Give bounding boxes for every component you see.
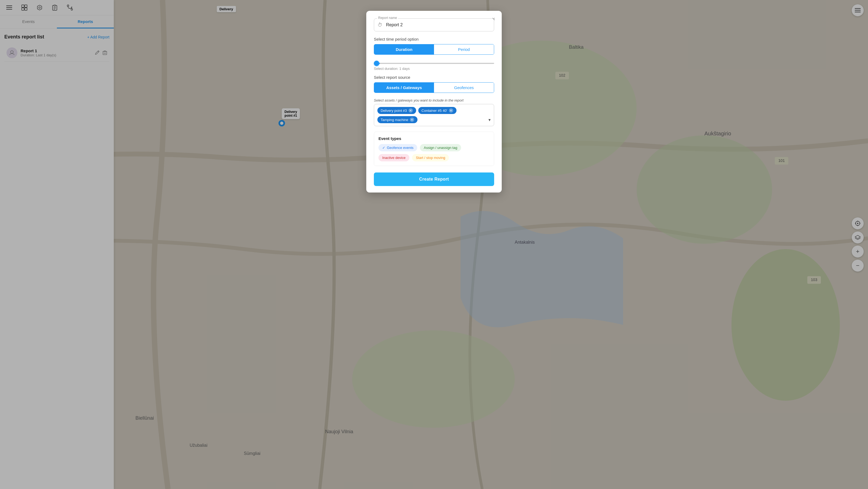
report-icon: ⏱ — [378, 22, 382, 28]
asset-tag-2: Container #5 40' ✕ — [418, 107, 457, 114]
report-source-toggle: Assets / Gateways Geofences — [374, 82, 494, 93]
slider-label: Select duration: 1 days — [374, 67, 494, 71]
assets-dropdown-button[interactable]: ▾ — [489, 117, 491, 122]
assets-gateways-button[interactable]: Assets / Gateways — [374, 83, 434, 93]
time-period-toggle: Duration Period — [374, 44, 494, 55]
create-report-button[interactable]: Create Report — [374, 172, 494, 186]
assets-instruction-label: Select assets / gateways you want to inc… — [374, 98, 494, 102]
time-period-title: Select time period option — [374, 37, 494, 41]
asset-tag-1: Delivery point #3 ✕ — [377, 107, 416, 114]
report-name-label: Report name — [377, 16, 398, 20]
start-stop-moving-tag[interactable]: Start / stop moving — [412, 154, 449, 161]
report-name-input[interactable] — [374, 19, 494, 31]
remove-asset-1-button[interactable]: ✕ — [408, 108, 413, 112]
remove-asset-3-button[interactable]: ✕ — [410, 118, 414, 122]
duration-button[interactable]: Duration — [374, 44, 434, 55]
create-report-modal: × Report name ⏱ Select time period optio… — [366, 11, 502, 193]
geofences-button[interactable]: Geofences — [434, 83, 494, 93]
modal-overlay: × Report name ⏱ Select time period optio… — [0, 0, 868, 489]
event-types-title: Event types — [378, 136, 490, 141]
report-source-title: Select report source — [374, 75, 494, 79]
duration-slider[interactable] — [374, 63, 494, 64]
event-types-box: Event types ✓ Geofence events Assign / u… — [374, 132, 494, 166]
duration-slider-container — [374, 60, 494, 65]
assign-tag-tag[interactable]: Assign / unassign tag — [420, 144, 461, 151]
event-tags-list: ✓ Geofence events Assign / unassign tag … — [378, 144, 490, 161]
inactive-device-tag[interactable]: Inactive device — [378, 154, 409, 161]
remove-asset-2-button[interactable]: ✕ — [449, 108, 453, 112]
assets-field[interactable]: Delivery point #3 ✕ Container #5 40' ✕ T… — [374, 104, 494, 126]
asset-tag-3: Tamping machine ✕ — [377, 116, 417, 123]
geofence-events-tag[interactable]: ✓ Geofence events — [378, 144, 417, 151]
geofence-check-icon: ✓ — [382, 146, 385, 150]
report-name-field-group: Report name ⏱ — [374, 19, 494, 31]
period-button[interactable]: Period — [434, 44, 494, 55]
